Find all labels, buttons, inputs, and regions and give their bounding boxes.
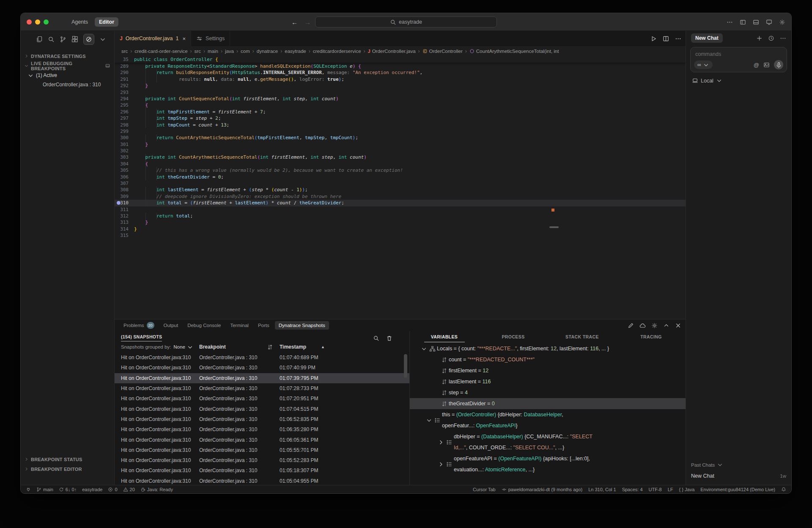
line-number[interactable]: 290	[115, 69, 134, 76]
model-selector[interactable]: ∞	[694, 60, 713, 69]
variable-row[interactable]: lastElement = 116	[410, 376, 686, 387]
code-line-307[interactable]: 307	[115, 180, 686, 187]
line-number[interactable]: 311	[115, 206, 134, 213]
code-line-296[interactable]: 296 int tmpFirstElement = firstElement +…	[115, 109, 686, 115]
code-line-35[interactable]: 35public class OrderController {	[115, 56, 686, 63]
snapshots-scrollbar[interactable]	[404, 354, 407, 378]
breakpoint-group-active[interactable]: (1) Active	[21, 71, 114, 80]
layout-panel-icon[interactable]	[753, 19, 759, 25]
chat-title-tab[interactable]: New Chat	[691, 33, 723, 43]
variable-row[interactable]: dbHelper = (DatabaseHelper) {CC_MANUFAC.…	[410, 431, 686, 453]
chat-history-item[interactable]: New Chat 1w	[691, 473, 786, 479]
chevron-right-icon[interactable]	[437, 461, 444, 468]
line-number[interactable]: 302	[115, 148, 134, 154]
navigate-back-button[interactable]: ←	[291, 19, 298, 26]
sort-ascending-icon[interactable]: ▲	[321, 345, 325, 349]
snapshots-trash-icon[interactable]	[386, 335, 392, 341]
line-number[interactable]: 307	[115, 180, 134, 187]
line-number[interactable]: 304	[115, 161, 134, 167]
code-line-290[interactable]: 290 return buildResponseEntity(HttpStatu…	[115, 69, 686, 76]
status-item-utf8[interactable]: UTF-8	[649, 487, 662, 492]
chevron-down-icon[interactable]	[99, 36, 106, 43]
new-chat-plus-icon[interactable]	[756, 35, 763, 41]
tab-ordercontroller-java[interactable]: J OrderController.java 1 ×	[115, 31, 191, 46]
navigate-forward-button[interactable]: →	[304, 19, 311, 26]
code-line-294[interactable]: 294 private int CountSequenceTotal(int f…	[115, 96, 686, 102]
panel-cloud-icon[interactable]	[639, 322, 646, 329]
status-item-6[interactable]: 6↓ 0↑	[59, 487, 77, 492]
status-item-spaces[interactable]: Spaces: 4	[622, 487, 643, 492]
panel-tab-dynatrace-snapshots[interactable]: Dynatrace Snapshots	[275, 321, 329, 330]
horizontal-scrollbar[interactable]	[549, 226, 559, 228]
variable-row[interactable]: theGreatDivider = 0	[410, 398, 686, 409]
snapshot-row[interactable]: Hit on OrderController.java:310OrderCont…	[115, 465, 409, 476]
search-sidebar-icon[interactable]	[48, 36, 55, 43]
breadcrumb-item[interactable]: creditcardorderservice	[313, 49, 361, 54]
debug-tab-process[interactable]: PROCESS	[479, 331, 548, 342]
settings-gear-icon[interactable]	[779, 19, 785, 25]
variable-row[interactable]: step = 4	[410, 387, 686, 398]
code-line-304[interactable]: 304 {	[115, 161, 686, 167]
line-number[interactable]: 309	[115, 193, 134, 200]
line-number[interactable]: 293	[115, 89, 134, 96]
status-item[interactable]	[781, 487, 786, 492]
line-number[interactable]: 296	[115, 109, 134, 115]
snapshots-search-icon[interactable]	[373, 335, 379, 341]
line-number[interactable]: 303	[115, 154, 134, 160]
code-line-303[interactable]: 303 private int CountArythmeticSequenceT…	[115, 154, 686, 160]
open-panel-icon[interactable]	[105, 63, 110, 68]
breadcrumb-item[interactable]: src	[195, 49, 201, 54]
mode-tab-agents[interactable]: Agents	[67, 17, 92, 27]
more-actions-icon[interactable]	[727, 19, 733, 25]
variable-row[interactable]: this = (OrderController) {dbHelper: Data…	[410, 409, 686, 431]
code-line-305[interactable]: 305 // this has a wrong value (normally …	[115, 167, 686, 173]
line-number[interactable]: 289	[115, 63, 134, 69]
panel-close-icon[interactable]	[675, 322, 681, 329]
snapshot-row[interactable]: Hit on OrderController.java:310OrderCont…	[115, 404, 409, 414]
panel-tab-output[interactable]: Output	[160, 321, 182, 330]
chat-input[interactable]: commands ∞ @	[690, 47, 787, 72]
line-number[interactable]: 306	[115, 174, 134, 180]
breakpoint-item[interactable]: OrderController.java : 310	[21, 80, 114, 89]
section-breakpoint-status[interactable]: BREAKPOINT STATUS	[21, 454, 114, 464]
code-line-312[interactable]: 312 return total;	[115, 213, 686, 219]
snapshot-row[interactable]: Hit on OrderController.java:310OrderCont…	[115, 363, 409, 373]
code-line-298[interactable]: 298 int tmpCount = count + 13;	[115, 122, 686, 128]
line-number[interactable]: 313	[115, 219, 134, 226]
context-selector[interactable]: Local	[692, 77, 785, 84]
chevron-down-icon[interactable]	[420, 346, 428, 352]
chevron-down-icon[interactable]	[425, 417, 433, 424]
line-number[interactable]: 298	[115, 122, 134, 128]
mode-tab-editor[interactable]: Editor	[95, 17, 118, 27]
status-item-[interactable]: { } Java	[679, 487, 695, 492]
debug-tab-stack-trace[interactable]: STACK TRACE	[548, 331, 617, 342]
status-item-20[interactable]: 20	[123, 487, 135, 492]
line-number[interactable]: 301	[115, 141, 134, 148]
code-line-311[interactable]: 311	[115, 206, 686, 213]
editor-more-actions-icon[interactable]	[675, 36, 681, 42]
status-item-lf[interactable]: LF	[668, 487, 673, 492]
status-item-easytrade[interactable]: easytrade	[82, 487, 102, 492]
tab-settings[interactable]: Settings	[191, 31, 230, 46]
snapshots-count-tab[interactable]: (154) SNAPSHOTS	[121, 334, 162, 341]
snapshot-row[interactable]: Hit on OrderController.java:310OrderCont…	[115, 393, 409, 404]
code-line-306[interactable]: 306 int theGreatDivider = 0;	[115, 174, 686, 180]
breadcrumb-item[interactable]: easytrade	[285, 49, 306, 54]
code-line-301[interactable]: 301 }	[115, 141, 686, 148]
breadcrumb-item[interactable]: CountArythmeticSequenceTotal(int, int	[469, 49, 559, 54]
variable-row[interactable]: Locals = { count: "***REDACTE...", first…	[410, 343, 686, 354]
breadcrumb-item[interactable]: JOrderController.java	[368, 49, 416, 54]
line-number[interactable]: 315	[115, 232, 134, 239]
command-center-search[interactable]: easytrade	[315, 16, 497, 28]
dynatrace-extension-icon[interactable]	[83, 34, 94, 45]
code-editor[interactable]: 35public class OrderController { 289 pri…	[115, 56, 686, 319]
chat-more-actions-icon[interactable]	[780, 35, 786, 41]
code-line-289[interactable]: 289 private ResponseEntity<StandardRespo…	[115, 63, 686, 69]
code-line-299[interactable]: 299	[115, 128, 686, 135]
code-line-310[interactable]: 310 int total = (firstElement + lastElem…	[115, 200, 686, 206]
snapshot-row[interactable]: Hit on OrderController.java:310OrderCont…	[115, 383, 409, 393]
grouped-by-dropdown[interactable]: None	[173, 344, 193, 350]
panel-tab-debug-console[interactable]: Debug Console	[184, 321, 225, 330]
layout-sidebar-icon[interactable]	[740, 19, 746, 25]
code-line-315[interactable]: 315	[115, 232, 686, 239]
